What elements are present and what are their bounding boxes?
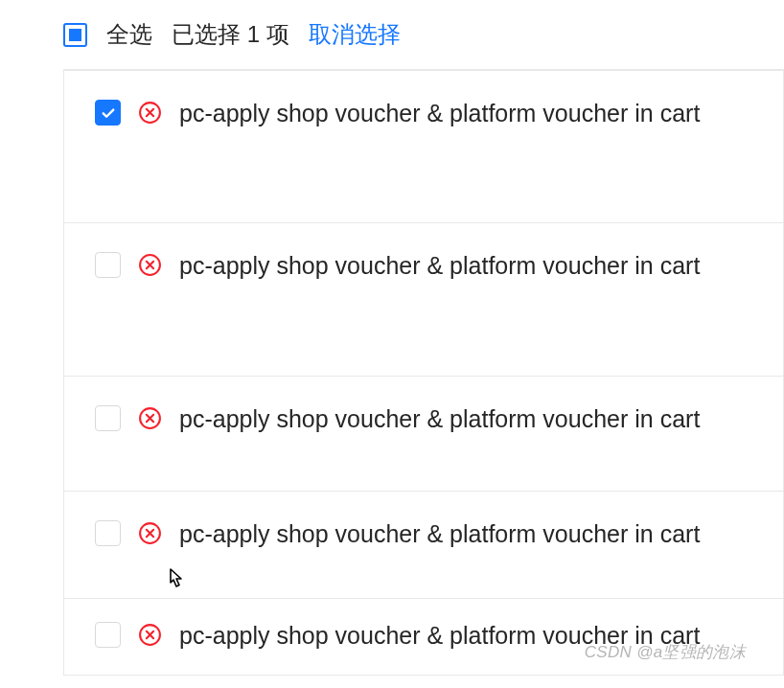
item-checkbox[interactable] <box>95 405 121 431</box>
error-status-icon <box>138 101 162 125</box>
item-title: pc-apply shop voucher & platform voucher… <box>179 518 700 549</box>
main-panel: 全选 已选择 1 项 取消选择 pc-apply shop voucher & … <box>23 0 784 676</box>
item-title: pc-apply shop voucher & platform voucher… <box>179 250 700 281</box>
select-all-checkbox[interactable] <box>63 23 87 47</box>
watermark-text: CSDN @a坚强的泡沫 <box>585 641 746 663</box>
item-checkbox[interactable] <box>95 520 121 546</box>
error-status-icon <box>138 521 162 545</box>
error-status-icon <box>138 253 162 277</box>
selected-count-text: 已选择 1 项 <box>172 19 289 50</box>
item-list: pc-apply shop voucher & platform voucher… <box>63 69 784 676</box>
error-status-icon <box>138 406 162 430</box>
list-item: pc-apply shop voucher & platform voucher… <box>63 492 784 599</box>
error-status-icon <box>138 623 162 647</box>
item-title: pc-apply shop voucher & platform voucher… <box>179 98 700 128</box>
indeterminate-mark-icon <box>69 29 81 41</box>
item-title: pc-apply shop voucher & platform voucher… <box>179 403 700 434</box>
list-item: pc-apply shop voucher & platform voucher… <box>63 70 784 223</box>
selection-header: 全选 已选择 1 项 取消选择 <box>23 0 784 69</box>
item-checkbox[interactable] <box>95 622 121 648</box>
item-checkbox[interactable] <box>95 100 121 126</box>
select-all-label: 全选 <box>106 19 152 50</box>
list-item: pc-apply shop voucher & platform voucher… <box>63 377 784 492</box>
item-checkbox[interactable] <box>95 252 121 278</box>
cancel-selection-link[interactable]: 取消选择 <box>309 19 401 50</box>
list-item: pc-apply shop voucher & platform voucher… <box>63 599 784 676</box>
list-item: pc-apply shop voucher & platform voucher… <box>63 223 784 377</box>
